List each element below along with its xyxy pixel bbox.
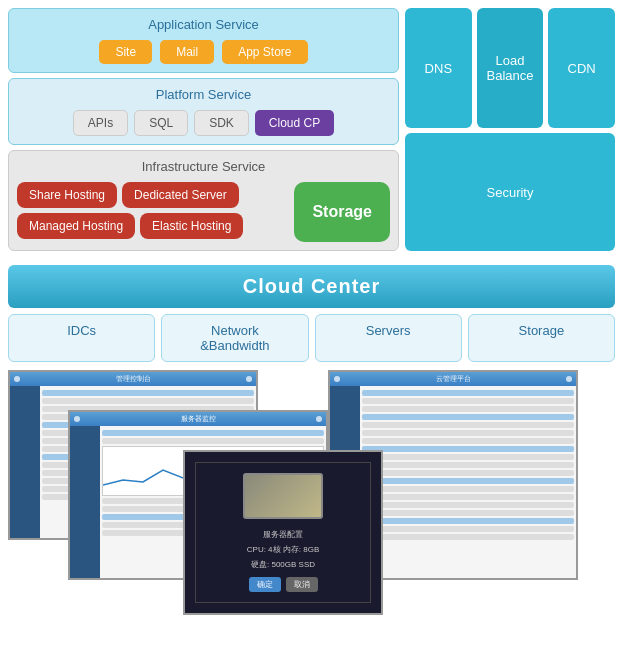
titlebar-text-4: 云管理平台 [343,374,563,384]
infra-service-title: Infrastructure Service [17,159,390,174]
titlebar-close[interactable] [246,376,252,382]
mock-row [362,462,574,468]
platform-service-title: Platform Service [17,87,390,102]
titlebar-dot [14,376,20,382]
infra-service-box: Infrastructure Service Share Hosting Ded… [8,150,399,251]
titlebar-4: 云管理平台 [330,372,576,386]
dedicated-server-button[interactable]: Dedicated Server [122,182,239,208]
arch-right-top: DNS Load Balance CDN [405,8,615,128]
platform-service-box: Platform Service APIs SQL SDK Cloud CP [8,78,399,145]
dialog-subtext2: 硬盘: 500GB SSD [251,559,315,570]
cloud-center-bar: Cloud Center [8,265,615,308]
mock-row [42,390,254,396]
sdk-button[interactable]: SDK [194,110,249,136]
managed-hosting-button[interactable]: Managed Hosting [17,213,135,239]
dialog-text: 服务器配置 [263,529,303,540]
mock-row [362,446,574,452]
cdn-box: CDN [548,8,615,128]
elastic-hosting-button[interactable]: Elastic Hosting [140,213,243,239]
mail-button[interactable]: Mail [160,40,214,64]
titlebar-close-2[interactable] [316,416,322,422]
mock-row [362,518,574,524]
mock-row [362,406,574,412]
app-service-box: Application Service Site Mail App Store [8,8,399,73]
cloud-item-storage[interactable]: Storage [468,314,615,362]
screenshot-dialog: 服务器配置 CPU: 4核 内存: 8GB 硬盘: 500GB SSD 确定 取… [183,450,383,615]
site-button[interactable]: Site [99,40,152,64]
sql-button[interactable]: SQL [134,110,188,136]
security-box: Security [405,133,615,251]
mock-row [362,510,574,516]
mock-row [102,438,324,444]
app-service-title: Application Service [17,17,390,32]
infra-row-1: Share Hosting Dedicated Server [17,182,289,208]
cloud-item-network[interactable]: Network &Bandwidth [161,314,308,362]
mock-row [362,470,574,476]
dns-box: DNS [405,8,472,128]
cloud-center-items: IDCs Network &Bandwidth Servers Storage [8,314,615,362]
cloud-center-section: Cloud Center IDCs Network &Bandwidth Ser… [8,265,615,362]
titlebar-dot-4 [334,376,340,382]
mock-row [362,478,574,484]
titlebar-1: 管理控制台 [10,372,256,386]
dialog-confirm-button[interactable]: 确定 [249,577,281,592]
mock-row [362,390,574,396]
app-store-button[interactable]: App Store [222,40,307,64]
storage-button[interactable]: Storage [294,182,390,242]
cloud-item-servers[interactable]: Servers [315,314,462,362]
arch-diagram: Application Service Site Mail App Store … [0,0,623,259]
titlebar-dot-2 [74,416,80,422]
infra-row-2: Managed Hosting Elastic Hosting [17,213,289,239]
mock-row [102,430,324,436]
apis-button[interactable]: APIs [73,110,128,136]
arch-left: Application Service Site Mail App Store … [8,8,399,251]
mock-row [362,414,574,420]
mock-row [362,502,574,508]
mock-sidebar-2 [70,426,100,578]
share-hosting-button[interactable]: Share Hosting [17,182,117,208]
mock-row [362,430,574,436]
titlebar-text-1: 管理控制台 [23,374,243,384]
cloud-cp-button[interactable]: Cloud CP [255,110,334,136]
mock-row [362,438,574,444]
mock-row [362,534,574,540]
mock-sidebar-1 [10,386,40,538]
cloud-item-idcs[interactable]: IDCs [8,314,155,362]
infra-buttons-group: Share Hosting Dedicated Server Managed H… [17,182,289,242]
mock-row [362,398,574,404]
titlebar-close-4[interactable] [566,376,572,382]
mock-row [362,422,574,428]
load-balance-box: Load Balance [477,8,544,128]
dialog-buttons: 确定 取消 [249,577,318,592]
platform-service-buttons: APIs SQL SDK Cloud CP [17,110,390,136]
mock-dialog: 服务器配置 CPU: 4核 内存: 8GB 硬盘: 500GB SSD 确定 取… [195,462,371,603]
mock-row [362,454,574,460]
titlebar-text-2: 服务器监控 [83,414,313,424]
mock-content-4 [360,386,576,578]
arch-right: DNS Load Balance CDN Security [405,8,615,251]
dialog-server-image [243,473,323,519]
screenshots-section: 管理控制台 [8,370,615,610]
app-service-buttons: Site Mail App Store [17,40,390,64]
mock-row [362,486,574,492]
mock-row [42,398,254,404]
dialog-cancel-button[interactable]: 取消 [286,577,318,592]
titlebar-2: 服务器监控 [70,412,326,426]
dialog-subtext: CPU: 4核 内存: 8GB [247,544,319,555]
mock-row [362,494,574,500]
infra-content: Share Hosting Dedicated Server Managed H… [17,182,390,242]
mock-row [362,526,574,532]
